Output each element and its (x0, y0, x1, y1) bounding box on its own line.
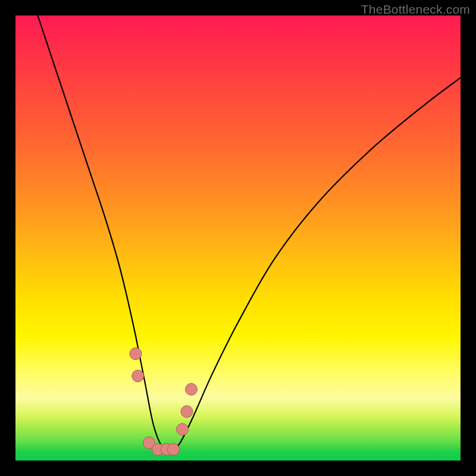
data-marker (181, 406, 193, 418)
plot-area (15, 15, 461, 461)
chart-svg (15, 15, 461, 461)
data-marker (177, 424, 189, 436)
data-marker (186, 383, 198, 395)
curve-layer (37, 15, 461, 452)
bottleneck-curve (37, 15, 461, 452)
marker-layer (130, 348, 198, 456)
data-marker (168, 443, 180, 455)
watermark-text: TheBottleneck.com (361, 2, 470, 17)
chart-frame: TheBottleneck.com (0, 0, 476, 476)
data-marker (130, 348, 142, 360)
data-marker (132, 370, 144, 382)
